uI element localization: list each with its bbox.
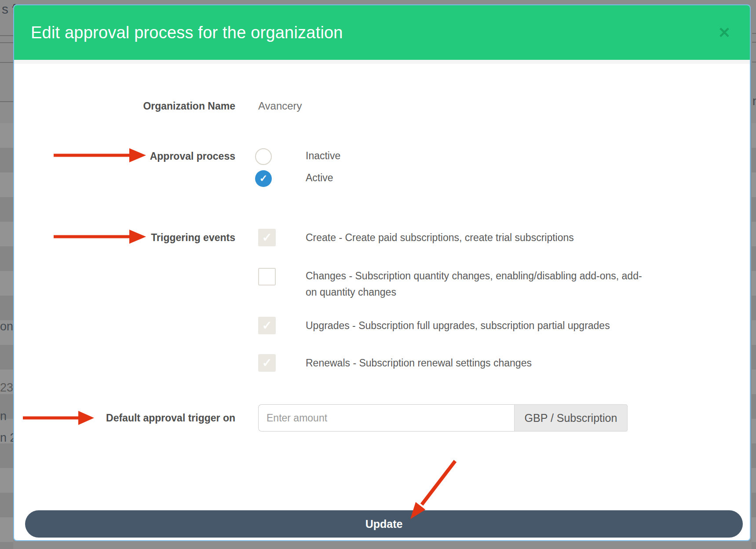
backdrop-text-fragment: on xyxy=(0,320,13,333)
triggering-events-label: Triggering events xyxy=(14,232,235,244)
check-icon: ✓ xyxy=(262,356,272,370)
currency-unit-label: GBP / Subscription xyxy=(514,404,628,432)
amount-input[interactable] xyxy=(258,404,514,432)
checkbox-renewals-label: Renewals - Subscription renewal settings… xyxy=(306,355,532,371)
edit-approval-process-dialog: Edit approval process for the organizati… xyxy=(13,4,751,541)
update-button[interactable]: Update xyxy=(25,510,743,538)
checkbox-changes[interactable] xyxy=(258,268,276,285)
org-name-label: Organization Name xyxy=(14,100,235,112)
checkbox-renewals[interactable]: ✓ xyxy=(258,354,276,372)
dialog-title: Edit approval process for the organizati… xyxy=(31,5,343,60)
backdrop-divider xyxy=(0,101,13,102)
radio-inactive[interactable] xyxy=(255,148,272,165)
backdrop-text-fragment: n xyxy=(752,95,756,108)
backdrop-text-fragment: n xyxy=(0,410,7,423)
default-trigger-label: Default approval trigger on xyxy=(14,412,235,424)
amount-field-group: GBP / Subscription xyxy=(258,404,628,432)
checkbox-changes-label: Changes - Subscription quantity changes,… xyxy=(306,268,644,300)
backdrop-divider xyxy=(752,33,756,34)
header-divider xyxy=(14,60,750,64)
approval-process-label: Approval process xyxy=(14,150,235,162)
backdrop-divider xyxy=(752,62,756,62)
checkbox-create[interactable]: ✓ xyxy=(258,229,276,246)
checkbox-create-label: Create - Create paid subscriptions, crea… xyxy=(306,230,574,246)
close-icon[interactable]: ✕ xyxy=(715,23,734,42)
radio-inactive-label: Inactive xyxy=(306,150,340,162)
backdrop-table-stripes-left xyxy=(0,123,13,549)
page: s fo n on 231 n n 2 Edit approval proces… xyxy=(0,0,756,549)
checkbox-upgrades-label: Upgrades - Subscription full upgrades, s… xyxy=(306,318,610,334)
backdrop-table-stripes-right xyxy=(752,123,756,549)
backdrop-divider xyxy=(752,42,756,43)
check-icon: ✓ xyxy=(259,173,267,184)
check-icon: ✓ xyxy=(262,231,272,245)
backdrop-divider xyxy=(0,42,13,43)
dialog-header: Edit approval process for the organizati… xyxy=(14,5,750,60)
radio-active-label: Active xyxy=(306,172,333,184)
check-icon: ✓ xyxy=(262,318,272,333)
backdrop-divider xyxy=(0,35,13,36)
radio-active[interactable]: ✓ xyxy=(255,170,272,187)
org-name-value: Avancery xyxy=(258,100,302,112)
backdrop-divider xyxy=(0,62,13,63)
checkbox-upgrades[interactable]: ✓ xyxy=(258,317,276,334)
